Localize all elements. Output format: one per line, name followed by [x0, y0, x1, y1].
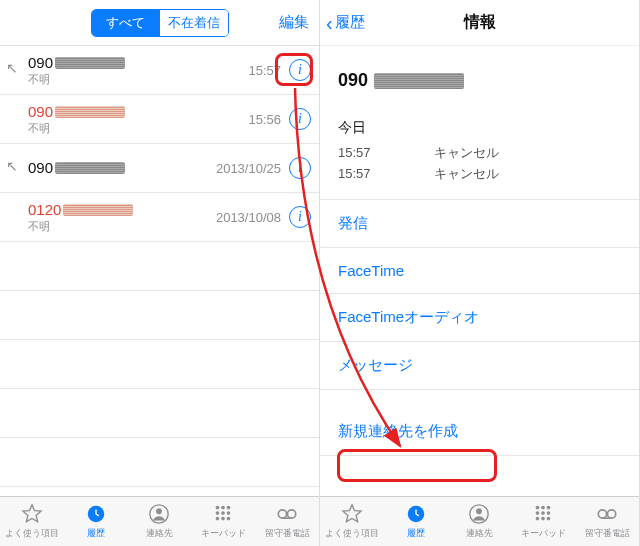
svg-point-13: [288, 510, 296, 518]
action-facetime[interactable]: FaceTime: [320, 248, 639, 294]
chevron-left-icon: ‹: [326, 13, 333, 33]
voicemail-icon: [275, 503, 299, 525]
log-time: 15:57: [338, 164, 434, 185]
back-button[interactable]: ‹ 履歴: [326, 13, 365, 33]
info-icon[interactable]: i: [289, 108, 311, 130]
tab-favorites[interactable]: よく使う項目: [0, 497, 64, 546]
keypad-icon: [531, 503, 555, 525]
star-icon: [20, 503, 44, 525]
svg-point-10: [221, 517, 225, 521]
tab-label: 履歴: [407, 527, 425, 540]
svg-point-18: [541, 506, 545, 510]
redacted: [374, 73, 464, 89]
svg-point-11: [227, 517, 231, 521]
call-subtitle: 不明: [28, 122, 248, 136]
recents-pane: すべて 不在着信 編集 ↖ 090 不明 15:57 i 090 不明 15:5…: [0, 0, 320, 546]
tab-voicemail[interactable]: 留守番電話: [255, 497, 319, 546]
call-meta: 15:57: [248, 63, 281, 78]
voicemail-icon: [595, 503, 619, 525]
tab-label: キーパッド: [201, 527, 246, 540]
edit-button[interactable]: 編集: [279, 13, 309, 32]
svg-point-19: [547, 506, 551, 510]
segment-all[interactable]: すべて: [92, 10, 160, 36]
log-status: キャンセル: [434, 143, 499, 164]
tab-contacts[interactable]: 連絡先: [128, 497, 192, 546]
svg-point-9: [216, 517, 220, 521]
contacts-icon: [467, 503, 491, 525]
svg-point-27: [608, 510, 616, 518]
action-message[interactable]: メッセージ: [320, 342, 639, 390]
clock-icon: [84, 503, 108, 525]
redacted: [55, 57, 125, 69]
back-label: 履歴: [335, 13, 365, 32]
tab-favorites[interactable]: よく使う項目: [320, 497, 384, 546]
call-row[interactable]: ↖ 090 不明 15:57 i: [0, 46, 319, 95]
call-subtitle: 不明: [28, 73, 248, 87]
outgoing-icon: ↖: [6, 60, 18, 76]
svg-point-26: [598, 510, 606, 518]
call-number: 090: [28, 159, 53, 176]
tab-recents[interactable]: 履歴: [384, 497, 448, 546]
action-facetime-audio[interactable]: FaceTimeオーディオ: [320, 294, 639, 342]
svg-point-17: [536, 506, 540, 510]
redacted: [55, 106, 125, 118]
tab-keypad[interactable]: キーパッド: [191, 497, 255, 546]
tab-label: 留守番電話: [585, 527, 630, 540]
action-call[interactable]: 発信: [320, 200, 639, 248]
svg-point-12: [278, 510, 286, 518]
call-row[interactable]: 090 不明 15:56 i: [0, 95, 319, 144]
svg-point-16: [477, 508, 483, 514]
call-row[interactable]: 0120 不明 2013/10/08 i: [0, 193, 319, 242]
today-block: 今日 15:57 キャンセル 15:57 キャンセル: [320, 109, 639, 200]
info-icon[interactable]: i: [289, 157, 311, 179]
tab-keypad[interactable]: キーパッド: [511, 497, 575, 546]
tab-label: よく使う項目: [5, 527, 59, 540]
empty-row: [0, 340, 319, 389]
tab-bar: よく使う項目 履歴 連絡先 キーパッド 留守番電話: [0, 496, 319, 546]
call-subtitle: 不明: [28, 220, 216, 234]
empty-row: [0, 389, 319, 438]
svg-point-2: [157, 508, 163, 514]
tab-label: 留守番電話: [265, 527, 310, 540]
redacted: [55, 162, 125, 174]
segmented-control: すべて 不在着信: [91, 9, 229, 37]
log-row: 15:57 キャンセル: [338, 143, 621, 164]
svg-point-23: [536, 517, 540, 521]
tab-label: キーパッド: [521, 527, 566, 540]
svg-point-7: [221, 511, 225, 515]
segment-missed[interactable]: 不在着信: [160, 10, 228, 36]
outgoing-icon: ↖: [6, 158, 18, 174]
keypad-icon: [211, 503, 235, 525]
star-icon: [340, 503, 364, 525]
empty-row: [0, 438, 319, 487]
log-row: 15:57 キャンセル: [338, 164, 621, 185]
svg-point-5: [227, 506, 231, 510]
phone-number: 090: [338, 70, 368, 90]
info-pane: ‹ 履歴 情報 090 今日 15:57 キャンセル 15:57 キャンセル 発…: [320, 0, 640, 546]
info-icon[interactable]: i: [289, 59, 311, 81]
tab-recents[interactable]: 履歴: [64, 497, 128, 546]
phone-block: 090: [320, 46, 639, 109]
call-number: 090: [28, 103, 53, 120]
call-number: 090: [28, 54, 53, 71]
page-title: 情報: [464, 12, 496, 33]
clock-icon: [404, 503, 428, 525]
info-icon[interactable]: i: [289, 206, 311, 228]
call-meta: 15:56: [248, 112, 281, 127]
tab-label: よく使う項目: [325, 527, 379, 540]
call-row[interactable]: ↖ 090 2013/10/25 i: [0, 144, 319, 193]
recents-header: すべて 不在着信 編集: [0, 0, 319, 46]
contacts-icon: [147, 503, 171, 525]
create-contact[interactable]: 新規連絡先を作成: [320, 408, 639, 456]
tab-voicemail[interactable]: 留守番電話: [575, 497, 639, 546]
call-number: 0120: [28, 201, 61, 218]
log-status: キャンセル: [434, 164, 499, 185]
svg-point-21: [541, 511, 545, 515]
tab-label: 連絡先: [146, 527, 173, 540]
today-label: 今日: [338, 119, 621, 137]
tab-label: 履歴: [87, 527, 105, 540]
call-meta: 2013/10/08: [216, 210, 281, 225]
tab-contacts[interactable]: 連絡先: [448, 497, 512, 546]
svg-point-8: [227, 511, 231, 515]
tab-bar: よく使う項目 履歴 連絡先 キーパッド 留守番電話: [320, 496, 639, 546]
